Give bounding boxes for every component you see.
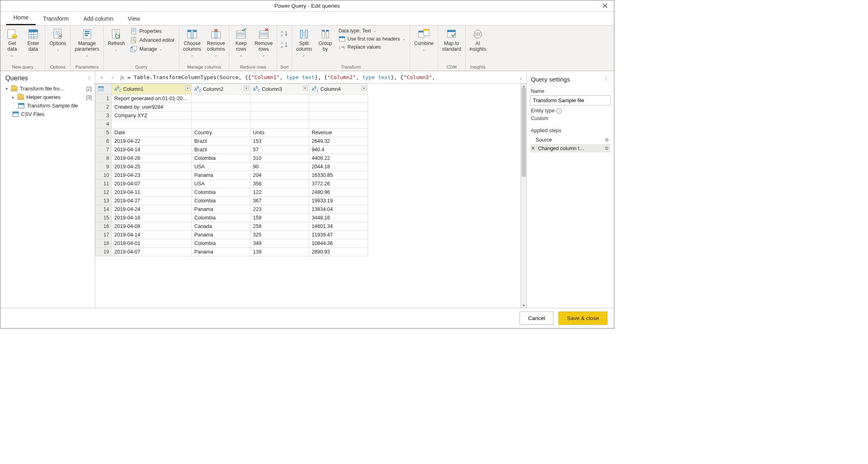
cell[interactable]: Created by: user9284 [112,103,192,111]
gear-icon[interactable]: ⚙ [605,146,609,151]
cell[interactable]: 2044.18 [309,162,368,171]
cell[interactable]: 3772.26 [309,179,368,188]
cell[interactable]: 356 [250,179,309,188]
cell[interactable] [192,111,250,120]
row-number[interactable]: 13 [96,196,112,205]
column-filter-button[interactable]: ▾ [303,86,308,90]
scroll-down-icon[interactable]: ▾ [521,303,526,308]
data-grid[interactable]: ABCColumn1▾ ABCColumn2▾ ABCColumn3▾ ABCC… [95,84,521,308]
tab-home[interactable]: Home [6,12,36,25]
cell[interactable]: Brazil [192,137,250,145]
cell[interactable]: Report generated on 01-01-20… [112,94,192,103]
combine-button[interactable]: Combine ⌄ [413,27,435,52]
cell[interactable]: 349 [250,239,309,247]
close-button[interactable] [598,1,612,11]
row-number[interactable]: 15 [96,213,112,222]
cell[interactable]: 122 [250,188,309,196]
table-row[interactable]: 172019-04-14Panama32511939.47 [96,230,368,239]
scroll-thumb[interactable] [522,88,526,177]
info-icon[interactable]: i [556,108,562,114]
row-number[interactable]: 12 [96,188,112,196]
table-row[interactable]: 5DateCountryUnitsRevenue [96,128,368,137]
replace-values-button[interactable]: 12 Replace values [337,43,407,51]
cell[interactable]: 2019-04-22 [112,137,192,145]
cell[interactable]: 3448.16 [309,213,368,222]
table-row[interactable]: 112019-04-07USA3563772.26 [96,179,368,188]
cell[interactable]: USA [192,179,250,188]
cell[interactable]: Company XYZ [112,111,192,120]
queries-item-csv-files[interactable]: CSV Files [0,110,95,118]
column-filter-button[interactable]: ▾ [185,86,190,90]
cell[interactable] [309,94,368,103]
table-row[interactable]: 182019-04-01Colombia34910844.36 [96,239,368,247]
first-row-headers-button[interactable]: Use first row as headers ⌄ [337,35,407,43]
table-row[interactable]: 162019-04-08Canada25814601.34 [96,222,368,230]
row-number[interactable]: 7 [96,145,112,154]
query-name-input[interactable] [530,95,611,105]
cell[interactable]: 57 [250,145,309,154]
row-number[interactable]: 19 [96,247,112,256]
cell[interactable]: 10844.36 [309,239,368,247]
table-row[interactable]: 82019-04-26Colombia3104408.22 [96,154,368,162]
row-number[interactable]: 1 [96,94,112,103]
row-number[interactable]: 4 [96,120,112,128]
row-number[interactable]: 8 [96,154,112,162]
cell[interactable]: 940.4 [309,145,368,154]
cell[interactable]: 139 [250,247,309,256]
row-number[interactable]: 11 [96,179,112,188]
cell[interactable]: Colombia [192,154,250,162]
row-number[interactable]: 14 [96,205,112,213]
cell[interactable]: 2649.32 [309,137,368,145]
cell[interactable]: Units [250,128,309,137]
applied-step-source[interactable]: Source ⚙ [530,136,611,144]
queries-item-transform-sample[interactable]: Transform Sample file [0,101,95,110]
queries-folder-transform-file[interactable]: ▾ Transform file fro… [2] [0,84,95,93]
cell[interactable] [192,120,250,128]
cell[interactable] [309,120,368,128]
cell[interactable]: 223 [250,205,309,213]
table-row[interactable]: 132019-04-27Colombia36719933.19 [96,196,368,205]
cell[interactable] [250,120,309,128]
row-number[interactable]: 6 [96,137,112,145]
cell[interactable]: Colombia [192,213,250,222]
map-to-standard-button[interactable]: Map to standard [440,27,463,53]
column-header-2[interactable]: ABCColumn2▾ [192,84,250,95]
cell[interactable]: 2019-04-08 [112,222,192,230]
cell[interactable] [250,111,309,120]
cell[interactable] [250,103,309,111]
formula-input[interactable]: Table.TransformColumnTypes(Source, {{"Co… [134,74,515,80]
column-header-3[interactable]: ABCColumn3▾ [250,84,309,95]
table-row[interactable]: 72019-04-14Brazil57940.4 [96,145,368,154]
row-number[interactable]: 2 [96,103,112,111]
cell[interactable]: Panama [192,230,250,239]
cell[interactable] [192,103,250,111]
table-row[interactable]: 4 [96,120,368,128]
cell[interactable]: 2019-04-11 [112,188,192,196]
tab-view[interactable]: View [121,13,148,25]
cell[interactable] [192,94,250,103]
queries-folder-helper[interactable]: ▸ Helper queries [3] [0,93,95,101]
choose-columns-button[interactable]: Choose columns⌄ [182,27,203,58]
refresh-button[interactable]: Refresh ⌄ [106,27,126,52]
row-number[interactable]: 16 [96,222,112,230]
delete-step-icon[interactable]: ✕ [531,145,535,151]
cell[interactable]: 90 [250,162,309,171]
datatype-button[interactable]: Data type: Text ⌄ [337,27,407,34]
table-row[interactable]: 142019-04-24Panama22313834.04 [96,205,368,213]
column-filter-button[interactable]: ▾ [361,86,366,90]
formula-cancel-button[interactable]: ✕ [98,73,106,82]
split-column-button[interactable]: Split column⌄ [295,27,314,58]
row-number[interactable]: 10 [96,171,112,179]
table-row[interactable]: 152019-04-16Colombia1593448.16 [96,213,368,222]
cell[interactable]: 310 [250,154,309,162]
cell[interactable] [250,94,309,103]
cell[interactable]: Date [112,128,192,137]
formula-expand-button[interactable]: ⌄ [518,75,524,80]
table-row[interactable]: 62019-04-22Brazil1532649.32 [96,137,368,145]
row-number[interactable]: 5 [96,128,112,137]
cell[interactable] [309,111,368,120]
cell[interactable]: 367 [250,196,309,205]
cell[interactable]: 2490.96 [309,188,368,196]
properties-button[interactable]: Properties [129,27,176,35]
sort-asc-button[interactable]: AZ [280,29,289,38]
